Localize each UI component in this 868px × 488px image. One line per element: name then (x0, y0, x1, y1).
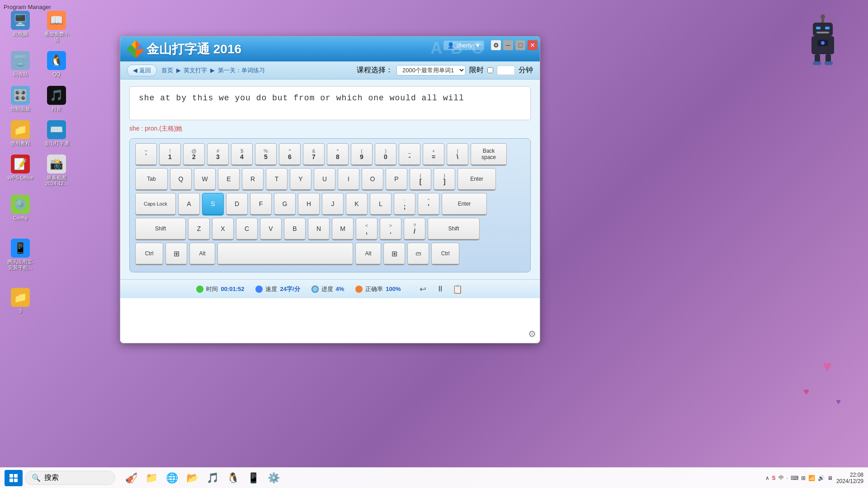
key-i[interactable]: I (338, 168, 359, 191)
key-t[interactable]: T (266, 168, 288, 191)
tray-cn-icon[interactable]: 中 (778, 474, 784, 482)
alt-left-key[interactable]: Alt (189, 243, 215, 265)
tray-dot-icon[interactable]: · (787, 475, 788, 481)
key-v[interactable]: V (260, 218, 282, 240)
tray-screen-icon[interactable]: 🖥 (827, 475, 833, 481)
tray-speaker-icon[interactable]: 🔊 (818, 475, 825, 481)
backspace-key[interactable]: Back space (471, 143, 507, 166)
key-n[interactable]: N (308, 218, 330, 240)
key-k[interactable]: K (346, 193, 368, 216)
key-g[interactable]: G (274, 193, 296, 216)
tray-up-icon[interactable]: ∧ (765, 475, 769, 481)
key-lbracket[interactable]: {[ (410, 168, 431, 191)
tray-ime-icon[interactable]: S (772, 475, 776, 481)
key-rbracket[interactable]: }] (434, 168, 455, 191)
taskbar-app-files[interactable]: 📁 (142, 470, 160, 486)
key-h[interactable]: H (298, 193, 320, 216)
desktop-icon-screenshot[interactable]: 📸 屏幕截图 2024-12... (41, 153, 72, 188)
tray-keyboard-icon[interactable]: ⌨ (791, 475, 798, 481)
key-1[interactable]: !1 (159, 143, 181, 166)
key-slash[interactable]: ?/ (404, 218, 425, 240)
key-o[interactable]: O (362, 168, 383, 191)
enter-key-2[interactable]: Enter (442, 193, 487, 216)
key-z[interactable]: Z (188, 218, 210, 240)
key-9[interactable]: (9 (351, 143, 373, 166)
tray-grid-icon[interactable]: ⊞ (801, 475, 806, 481)
key-equals[interactable]: += (423, 143, 444, 166)
taskbar-app-edge[interactable]: 🌐 (163, 470, 181, 486)
desktop-icon-douyin[interactable]: 🎵 抖音 (41, 84, 72, 114)
minimize-button[interactable]: ─ (503, 40, 513, 50)
back-button[interactable]: ◀ 返回 (127, 65, 157, 76)
window-gear-button[interactable]: ⚙ (528, 328, 536, 339)
key-u[interactable]: U (314, 168, 335, 191)
key-3[interactable]: #3 (207, 143, 229, 166)
key-f[interactable]: F (250, 193, 272, 216)
desktop-icon-wps[interactable]: 📝 WPS Office (5, 153, 36, 188)
key-period[interactable]: >. (380, 218, 401, 240)
taskbar-app-red[interactable]: 📱 (244, 470, 262, 486)
caps-lock-key[interactable]: Caps Lock (135, 193, 176, 216)
tab-key[interactable]: Tab (135, 168, 168, 191)
key-quote[interactable]: "' (418, 193, 439, 216)
settings-btn[interactable]: ⚙ (491, 40, 501, 50)
key-backslash[interactable]: |\ (447, 143, 468, 166)
timer-input[interactable] (497, 66, 515, 75)
tray-wifi-icon[interactable]: 📶 (808, 475, 815, 481)
key-0[interactable]: )0 (375, 143, 396, 166)
key-j[interactable]: J (322, 193, 344, 216)
breadcrumb-english[interactable]: 英文打字 (184, 67, 207, 74)
maximize-button[interactable]: □ (515, 40, 525, 50)
key-w[interactable]: W (194, 168, 216, 191)
desktop-icon-recycle[interactable]: 🗑️ 回收站 (5, 49, 36, 79)
taskbar-search[interactable]: 🔍 搜索 (25, 471, 115, 485)
desktop-icon-tutorial[interactable]: 📁 使用教程 (5, 118, 36, 148)
key-x[interactable]: X (212, 218, 234, 240)
taskbar-app-douyin[interactable]: 🎵 (203, 470, 222, 486)
key-e[interactable]: E (218, 168, 240, 191)
key-c[interactable]: C (236, 218, 258, 240)
key-s[interactable]: S (202, 193, 224, 216)
desktop-icon-tencent[interactable]: 📱 腾讯应用宝-安装手机... (5, 237, 36, 272)
taskbar-app-explorer[interactable]: 📂 (183, 470, 201, 486)
desktop-icon-folder2[interactable]: 📁 3 (5, 286, 36, 316)
key-8[interactable]: *8 (327, 143, 349, 166)
key-q[interactable]: Q (170, 168, 192, 191)
key-5[interactable]: %5 (255, 143, 277, 166)
shift-right-key[interactable]: Shift (428, 218, 480, 240)
key-6[interactable]: ^6 (279, 143, 301, 166)
key-backtick[interactable]: ~` (135, 143, 157, 166)
key-r[interactable]: R (242, 168, 264, 191)
key-l[interactable]: L (370, 193, 392, 216)
breadcrumb-home[interactable]: 首页 (161, 67, 173, 74)
key-2[interactable]: @2 (183, 143, 205, 166)
key-p[interactable]: P (386, 168, 407, 191)
desktop-icon-config[interactable]: ⚙️ Config (5, 193, 36, 223)
win-right-key[interactable]: ⊞ (383, 243, 405, 265)
pause-button[interactable]: ⏸ (434, 283, 447, 296)
desktop-icon-qq[interactable]: 🐧 QQ (41, 49, 72, 79)
enter-key[interactable]: Enter (458, 168, 496, 191)
alt-right-key[interactable]: Alt (355, 243, 381, 265)
key-y[interactable]: Y (290, 168, 311, 191)
taskbar-app-extra[interactable]: ⚙️ (264, 470, 283, 486)
key-minus[interactable]: _- (399, 143, 420, 166)
key-4[interactable]: $4 (231, 143, 253, 166)
taskbar-app-tencent[interactable]: 🐧 (224, 470, 242, 486)
start-button[interactable] (5, 470, 23, 486)
win-left-key[interactable]: ⊞ (165, 243, 187, 265)
user-dropdown-icon[interactable]: ▼ (475, 42, 481, 49)
close-button[interactable]: ✕ (528, 40, 538, 50)
timer-checkbox[interactable] (487, 67, 493, 73)
shift-left-key[interactable]: Shift (135, 218, 186, 240)
space-key[interactable] (217, 243, 353, 265)
key-m[interactable]: M (332, 218, 354, 240)
taskbar-app-music[interactable]: 🎻 (122, 470, 140, 486)
key-7[interactable]: &7 (303, 143, 325, 166)
desktop-icon-control[interactable]: 🎛️ 控制面板 (5, 84, 36, 114)
course-dropdown[interactable]: 2000个最常用单词1 (396, 65, 466, 75)
restart-button[interactable]: ↩ (417, 283, 429, 296)
desktop-icon-computer[interactable]: 🖥️ 此电脑 (5, 9, 36, 45)
desktop-icon-novel[interactable]: 📖 番加免费小说 (41, 9, 72, 45)
key-d[interactable]: D (226, 193, 248, 216)
